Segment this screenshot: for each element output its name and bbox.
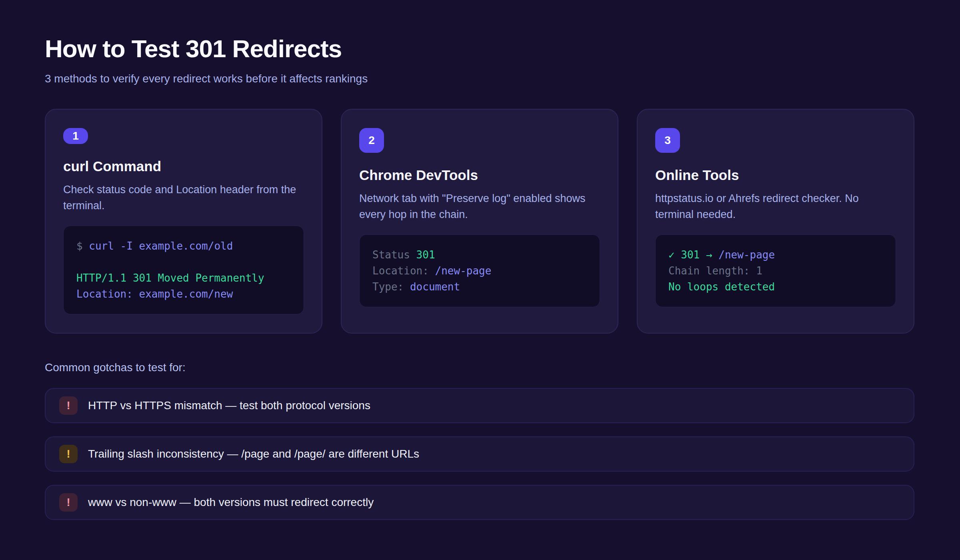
gotcha-text: www vs non-www — both versions must redi… <box>88 496 374 509</box>
method-card-chrome-devtools: 2 Chrome DevTools Network tab with "Pres… <box>341 109 618 334</box>
code-line: $ curl -I example.com/old <box>76 238 291 254</box>
code-line: Location: example.com/new <box>76 286 291 302</box>
warning-icon: ! <box>59 445 78 463</box>
method-title: Online Tools <box>655 167 739 183</box>
warning-icon: ! <box>59 396 78 415</box>
code-line: Status 301 <box>372 247 587 263</box>
code-line: HTTP/1.1 301 Moved Permanently <box>76 270 291 286</box>
gotcha-text: HTTP vs HTTPS mismatch — test both proto… <box>88 399 370 412</box>
method-title: Chrome DevTools <box>359 167 478 183</box>
gotchas-heading: Common gotchas to test for: <box>45 360 914 375</box>
method-description: Check status code and Location header fr… <box>63 182 304 214</box>
code-block-devtools: Status 301Location: /new-pageType: docum… <box>359 234 600 307</box>
code-line: ✓ 301 → /new-page <box>668 247 883 263</box>
code-line: No loops detected <box>668 279 883 295</box>
code-line: Chain length: 1 <box>668 263 883 279</box>
code-block-curl: $ curl -I example.com/old HTTP/1.1 301 M… <box>63 226 304 314</box>
gotcha-row-www-vs-non-www: ! www vs non-www — both versions must re… <box>45 485 914 520</box>
step-number-badge: 2 <box>359 128 384 153</box>
page-subtitle: 3 methods to verify every redirect works… <box>45 71 914 86</box>
code-block-online-tools: ✓ 301 → /new-pageChain length: 1No loops… <box>655 234 896 307</box>
gotcha-row-http-vs-https: ! HTTP vs HTTPS mismatch — test both pro… <box>45 388 914 423</box>
warning-icon: ! <box>59 493 78 512</box>
code-line: Location: /new-page <box>372 263 587 279</box>
method-card-curl-command: 1 curl Command Check status code and Loc… <box>45 109 322 334</box>
gotcha-row-trailing-slash: ! Trailing slash inconsistency — /page a… <box>45 436 914 472</box>
gotcha-text: Trailing slash inconsistency — /page and… <box>88 448 419 460</box>
page: How to Test 301 Redirects 3 methods to v… <box>0 0 960 560</box>
gotchas-list: ! HTTP vs HTTPS mismatch — test both pro… <box>45 388 914 520</box>
method-title: curl Command <box>63 158 161 174</box>
page-title: How to Test 301 Redirects <box>45 35 914 62</box>
methods-grid: 1 curl Command Check status code and Loc… <box>45 109 914 334</box>
step-number-badge: 1 <box>63 128 88 144</box>
code-line <box>76 254 291 270</box>
method-card-online-tools: 3 Online Tools httpstatus.io or Ahrefs r… <box>637 109 914 334</box>
code-line: Type: document <box>372 279 587 295</box>
method-description: Network tab with "Preserve log" enabled … <box>359 190 600 222</box>
method-description: httpstatus.io or Ahrefs redirect checker… <box>655 190 896 222</box>
step-number-badge: 3 <box>655 128 680 153</box>
